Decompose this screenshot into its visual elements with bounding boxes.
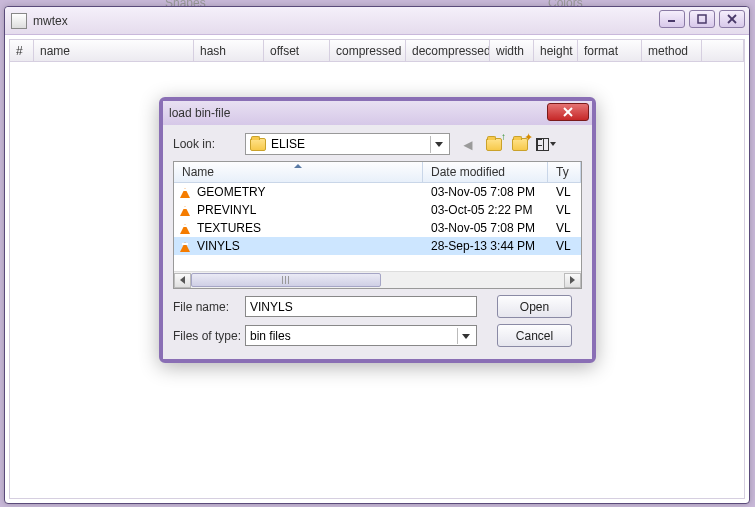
triangle-left-icon — [180, 276, 185, 284]
file-type: VL — [556, 203, 571, 217]
file-name: PREVINYL — [197, 203, 256, 217]
col-date-label: Date modified — [431, 165, 505, 179]
column-width[interactable]: width — [490, 40, 534, 61]
sort-asc-icon — [294, 164, 302, 168]
folder-icon — [250, 138, 266, 151]
chevron-down-icon — [550, 142, 556, 146]
cancel-button[interactable]: Cancel — [497, 324, 572, 347]
open-button-label: Open — [520, 300, 549, 314]
h-scrollbar[interactable] — [174, 271, 581, 288]
minimize-icon — [667, 14, 677, 24]
file-open-dialog: load bin-file Look in: ELISE ◄ ↑ ✦ — [159, 97, 596, 363]
filetype-label: Files of type: — [173, 329, 245, 343]
file-date: 28-Sep-13 3:44 PM — [431, 239, 535, 253]
file-icon — [178, 239, 192, 253]
column-compressed[interactable]: compressed — [330, 40, 406, 61]
file-name: VINYLS — [197, 239, 240, 253]
grid-icon — [536, 138, 549, 151]
col-name-label: Name — [182, 165, 214, 179]
dialog-body: Look in: ELISE ◄ ↑ ✦ — [163, 125, 592, 359]
file-list-body[interactable]: GEOMETRY03-Nov-05 7:08 PMVLPREVINYL03-Oc… — [174, 183, 581, 271]
dialog-toolbar: ◄ ↑ ✦ — [458, 134, 556, 154]
file-date: 03-Nov-05 7:08 PM — [431, 221, 535, 235]
up-one-level-button[interactable]: ↑ — [484, 134, 504, 154]
open-button[interactable]: Open — [497, 295, 572, 318]
column-filler — [702, 40, 744, 61]
look-in-combobox[interactable]: ELISE — [245, 133, 450, 155]
app-title: mwtex — [33, 14, 68, 28]
close-button[interactable] — [719, 10, 745, 28]
look-in-value: ELISE — [271, 137, 305, 151]
col-name[interactable]: Name — [174, 162, 423, 182]
file-list: Name Date modified Ty GEOMETRY03-Nov-05 … — [173, 161, 582, 289]
sparkle-icon: ✦ — [524, 131, 533, 144]
look-in-label: Look in: — [173, 137, 245, 151]
maximize-button[interactable] — [689, 10, 715, 28]
file-icon — [178, 203, 192, 217]
file-icon — [178, 221, 192, 235]
file-row[interactable]: PREVINYL03-Oct-05 2:22 PMVL — [174, 201, 581, 219]
col-type-label: Ty — [556, 165, 569, 179]
new-folder-button[interactable]: ✦ — [510, 134, 530, 154]
cancel-button-label: Cancel — [516, 329, 553, 343]
file-name: GEOMETRY — [197, 185, 265, 199]
svg-rect-1 — [698, 15, 706, 23]
filename-label: File name: — [173, 300, 245, 314]
dialog-title: load bin-file — [169, 106, 230, 120]
dialog-close-button[interactable] — [547, 103, 589, 121]
minimize-button[interactable] — [659, 10, 685, 28]
file-date: 03-Nov-05 7:08 PM — [431, 185, 535, 199]
column-height[interactable]: height — [534, 40, 578, 61]
filename-input[interactable] — [245, 296, 477, 317]
file-row[interactable]: VINYLS28-Sep-13 3:44 PMVL — [174, 237, 581, 255]
scroll-right-button[interactable] — [564, 273, 581, 288]
filetype-value: bin files — [250, 329, 291, 343]
folder-icon — [486, 138, 502, 151]
column-method[interactable]: method — [642, 40, 702, 61]
file-date: 03-Oct-05 2:22 PM — [431, 203, 532, 217]
filename-row: File name: Open — [173, 295, 582, 318]
column-decompressed[interactable]: decompressed — [406, 40, 490, 61]
main-titlebar[interactable]: mwtex — [5, 7, 749, 35]
file-row[interactable]: GEOMETRY03-Nov-05 7:08 PMVL — [174, 183, 581, 201]
grip-icon — [282, 276, 290, 284]
column-format[interactable]: format — [578, 40, 642, 61]
file-name: TEXTURES — [197, 221, 261, 235]
arrow-left-icon: ◄ — [461, 136, 476, 153]
close-icon — [562, 107, 574, 117]
arrow-up-icon: ↑ — [501, 131, 506, 142]
scrollbar-thumb[interactable] — [191, 273, 381, 287]
window-controls — [659, 10, 745, 28]
column-hash[interactable]: hash — [194, 40, 264, 61]
chevron-down-icon[interactable] — [430, 136, 447, 153]
chevron-down-icon[interactable] — [457, 328, 474, 344]
filetype-row: Files of type: bin files Cancel — [173, 324, 582, 347]
column-#[interactable]: # — [10, 40, 34, 61]
filetype-combobox[interactable]: bin files — [245, 325, 477, 346]
file-row[interactable]: TEXTURES03-Nov-05 7:08 PMVL — [174, 219, 581, 237]
back-button[interactable]: ◄ — [458, 134, 478, 154]
triangle-right-icon — [570, 276, 575, 284]
dialog-titlebar[interactable]: load bin-file — [163, 101, 592, 125]
file-icon — [178, 185, 192, 199]
app-icon — [11, 13, 27, 29]
table-header: #namehashoffsetcompresseddecompressedwid… — [10, 40, 744, 62]
file-type: VL — [556, 221, 571, 235]
maximize-icon — [697, 14, 707, 24]
close-icon — [727, 14, 737, 24]
col-type[interactable]: Ty — [548, 162, 581, 182]
scrollbar-track[interactable] — [191, 273, 564, 288]
view-menu-button[interactable] — [536, 134, 556, 154]
file-list-header: Name Date modified Ty — [174, 162, 581, 183]
file-type: VL — [556, 185, 571, 199]
file-type: VL — [556, 239, 571, 253]
scroll-left-button[interactable] — [174, 273, 191, 288]
column-offset[interactable]: offset — [264, 40, 330, 61]
look-in-row: Look in: ELISE ◄ ↑ ✦ — [173, 133, 582, 155]
column-name[interactable]: name — [34, 40, 194, 61]
col-date[interactable]: Date modified — [423, 162, 548, 182]
